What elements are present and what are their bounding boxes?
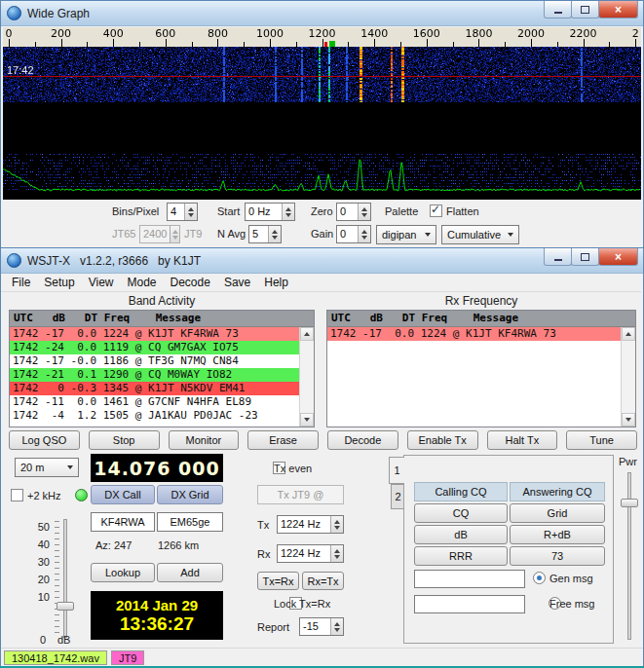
scroll-down-icon[interactable] (300, 413, 314, 427)
controls-area: 20 m 14.076 000 +2 kHz DX Call DX Grid 5… (1, 455, 643, 648)
gen-msg-label: Gen msg (549, 573, 593, 584)
globe-icon (7, 6, 21, 20)
menu-help[interactable]: Help (257, 274, 295, 291)
menu-mode[interactable]: Mode (121, 274, 164, 291)
cq-button[interactable]: CQ (414, 503, 508, 523)
pwr-label: Pwr (619, 456, 637, 467)
frequency-scale[interactable] (3, 27, 641, 47)
screen: Wide Graph × 17:42 Bins/Pixel 4 Start 0 … (0, 0, 644, 668)
waterfall[interactable] (3, 47, 641, 200)
db-slider-handle[interactable] (57, 602, 74, 611)
grid-button[interactable]: Grid (510, 503, 605, 523)
wide-graph-titlebar[interactable]: Wide Graph × (1, 1, 643, 26)
pwr-slider[interactable] (627, 472, 631, 640)
dx-grid-button[interactable]: DX Grid (157, 485, 223, 504)
globe-icon (7, 253, 21, 268)
report-spinner[interactable]: -15 (299, 617, 344, 636)
erase-button[interactable]: Erase (247, 430, 319, 450)
db-button[interactable]: dB (414, 525, 508, 544)
tx-freq-spinner[interactable]: 1224 Hz (277, 515, 344, 534)
wsjtx-title: WSJT-X v1.2.2, r3666 by K1JT (27, 254, 201, 268)
log-qso-button[interactable]: Log QSO (9, 430, 80, 450)
db-scale-label: 20 (32, 571, 50, 588)
rx-eq-tx-button[interactable]: Rx=Tx (302, 572, 344, 590)
minimize-icon[interactable] (544, 248, 572, 266)
db-scale-label: 50 (32, 518, 50, 536)
monitor-button[interactable]: Monitor (169, 430, 240, 450)
rx-frequency-scrollbar[interactable] (621, 327, 635, 427)
menu-view[interactable]: View (82, 274, 121, 291)
mode-chip: JT9 (111, 650, 144, 665)
zero-spinner[interactable]: 0 (336, 203, 371, 221)
navg-spinner[interactable]: 5 (248, 225, 282, 243)
gain-label: Gain (311, 228, 333, 240)
band-activity-title: Band Activity (9, 294, 315, 308)
decode-row[interactable]: 1742 -24 0.0 1119 @ CQ GM7GAX IO75 (10, 341, 299, 354)
r-db-button[interactable]: R+dB (510, 525, 605, 544)
73-button[interactable]: 73 (510, 546, 605, 566)
plus2khz-checkbox[interactable] (11, 489, 23, 501)
flatten-checkbox[interactable]: ✓ (430, 204, 442, 217)
rx-frequency-rows: 1742 -17 0.0 1224 @ K1JT KF4RWA 73 (327, 327, 621, 427)
dx-call-button[interactable]: DX Call (91, 485, 155, 504)
start-spinner[interactable]: 0 Hz (245, 203, 295, 221)
gain-spinner[interactable]: 0 (336, 225, 371, 243)
jt65-label: JT65 (112, 228, 135, 240)
tune-button[interactable]: Tune (566, 430, 637, 450)
decode-row[interactable]: 1742 -21 0.1 1290 @ CQ M0WAY IO82 (10, 368, 299, 382)
zero-label: Zero (311, 205, 333, 217)
chevron-down-icon (67, 465, 73, 469)
decode-row[interactable]: 1742 -4 1.2 1505 @ JA1KAU PD0JAC -23 (10, 409, 299, 423)
maximize-icon[interactable] (571, 1, 599, 19)
wsjtx-titlebar[interactable]: WSJT-X v1.2.2, r3666 by K1JT × (1, 248, 643, 274)
lookup-button[interactable]: Lookup (91, 563, 155, 582)
rrr-button[interactable]: RRR (414, 546, 508, 566)
palette-select[interactable]: digipan (376, 225, 436, 244)
pwr-slider-handle[interactable] (621, 499, 638, 507)
decode-row[interactable]: 1742 -17 -0.0 1186 @ TF3G N7MQ CN84 (10, 354, 299, 368)
tx-eq-rx-button[interactable]: Tx=Rx (257, 572, 299, 590)
halt-tx-button[interactable]: Halt Tx (487, 430, 558, 450)
close-icon[interactable]: × (598, 248, 638, 266)
band-select[interactable]: 20 m (15, 458, 79, 477)
scroll-down-icon[interactable] (622, 413, 635, 427)
scroll-up-icon[interactable] (300, 327, 314, 341)
decode-row[interactable]: 1742 0 -0.3 1345 @ K1JT N5KDV EM41 (10, 382, 299, 395)
add-button[interactable]: Add (157, 563, 223, 582)
enable-tx-button[interactable]: Enable Tx (407, 430, 478, 450)
db-scale-label: 40 (32, 536, 50, 553)
menu-setup[interactable]: Setup (37, 274, 81, 291)
jt65-spinner: 2400 (139, 225, 180, 243)
scroll-up-icon[interactable] (622, 327, 635, 341)
stop-button[interactable]: Stop (89, 430, 160, 450)
message-buttons: CQGriddBR+dBRRR73 (414, 503, 605, 566)
free-msg-label: Free msg (549, 598, 594, 610)
tab-1[interactable]: 1 (389, 457, 404, 484)
db-slider[interactable] (63, 519, 67, 638)
bins-spinner[interactable]: 4 (167, 203, 198, 221)
band-activity-scrollbar[interactable] (299, 327, 314, 427)
menu-bar: FileSetupViewModeDecodeSaveHelp (1, 274, 641, 292)
maximize-icon[interactable] (571, 248, 599, 266)
menu-decode[interactable]: Decode (164, 274, 217, 291)
db-ruler (55, 521, 59, 638)
minimize-icon[interactable] (544, 1, 572, 19)
tab-2[interactable]: 2 (391, 484, 404, 509)
free-msg-field[interactable] (414, 595, 525, 613)
decode-row[interactable]: 1742 -17 0.0 1224 @ K1JT KF4RWA 73 (327, 327, 621, 341)
menu-file[interactable]: File (5, 274, 37, 291)
gen-msg-field[interactable] (414, 570, 525, 588)
close-icon[interactable]: × (598, 1, 638, 19)
rx-freq-spinner[interactable]: 1224 Hz (277, 544, 344, 563)
spectrum-mode-select[interactable]: Cumulative (441, 225, 519, 244)
decode-row[interactable]: 1742 -17 0.0 1224 @ K1JT KF4RWA 73 (10, 327, 299, 341)
menu-save[interactable]: Save (217, 274, 257, 291)
dx-grid-field[interactable]: EM65ge (157, 512, 223, 532)
rx-label: Rx (257, 548, 270, 560)
decode-button[interactable]: Decode (327, 430, 398, 450)
status-bar: 130418_1742.wav JT9 (1, 648, 643, 666)
gen-msg-radio[interactable] (533, 572, 546, 584)
lock-txrx-label: Lock Tx=Rx (274, 598, 330, 610)
decode-row[interactable]: 1742 -11 0.0 1461 @ G7CNF N4HFA EL89 (10, 395, 299, 409)
dx-call-field[interactable]: KF4RWA (91, 512, 155, 532)
